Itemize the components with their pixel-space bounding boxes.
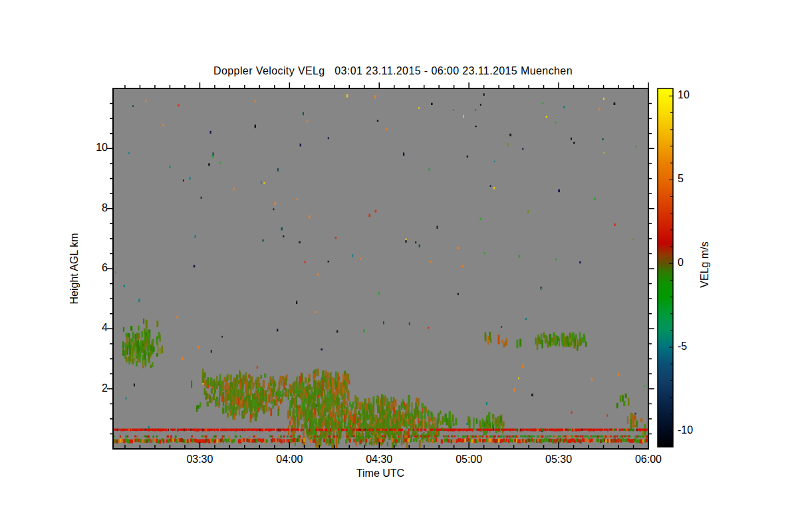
x-tick-label: 03:30	[180, 454, 219, 466]
colorbar-tick-label: 5	[678, 173, 707, 185]
colorbar-tick-label: -5	[678, 340, 707, 352]
colorbar-tick-label: -10	[678, 424, 707, 436]
y-tick-label: 10	[84, 142, 108, 154]
y-tick-label: 4	[84, 322, 108, 334]
colorbar-tick-label: 10	[678, 89, 707, 101]
x-tick-label: 05:30	[539, 454, 579, 466]
chart-title: Doppler Velocity VELg 03:01 23.11.2015 -…	[114, 65, 672, 77]
y-tick-label: 8	[84, 202, 108, 214]
x-tick-label: 05:00	[449, 454, 489, 466]
y-axis-title: Height AGL km	[68, 233, 80, 304]
colorbar-tick-label: 0	[678, 257, 707, 269]
x-tick-label: 06:00	[628, 454, 668, 466]
doppler-velocity-figure: Doppler Velocity VELg 03:01 23.11.2015 -…	[0, 0, 798, 532]
y-tick-label: 6	[84, 262, 108, 274]
x-tick-label: 04:00	[269, 454, 309, 466]
x-tick-label: 04:30	[359, 454, 399, 466]
y-tick-label: 2	[84, 382, 108, 394]
x-axis-title: Time UTC	[314, 467, 447, 479]
